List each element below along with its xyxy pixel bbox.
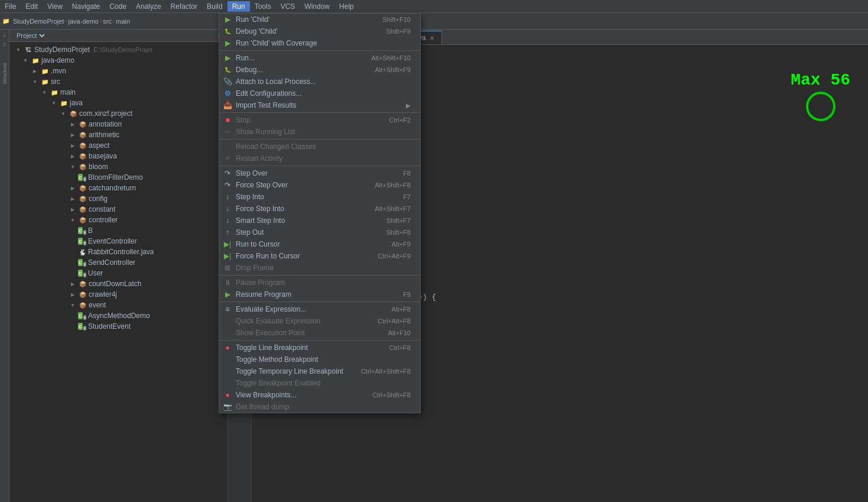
menu-build[interactable]: Build: [202, 1, 227, 12]
pause-program-label: Pause Program: [236, 278, 285, 287]
menu-window[interactable]: Window: [300, 1, 334, 12]
menu-item-force-step-over[interactable]: ↷ Force Step Over Alt+Shift+F8: [219, 179, 420, 191]
tree-item-constant[interactable]: ▶ 📦 constant: [9, 204, 227, 215]
menu-item-evaluate-expr[interactable]: ≡ Evaluate Expression... Alt+F8: [219, 303, 420, 315]
menu-item-toggle-bp-enabled[interactable]: Toggle Breakpoint Enabled: [219, 377, 420, 389]
tree-label-User: User: [88, 269, 103, 277]
menu-item-attach-local[interactable]: 📎 Attach to Local Process...: [219, 76, 420, 88]
menu-item-run-child[interactable]: ▶ Run 'Child' Shift+F10: [219, 14, 420, 25]
tree-item-mvn[interactable]: ▶ 📁 .mvn: [9, 66, 227, 76]
menu-file[interactable]: File: [0, 1, 21, 12]
menu-analyze[interactable]: Analyze: [131, 1, 166, 12]
menu-help[interactable]: Help: [334, 1, 359, 12]
menu-item-quick-evaluate[interactable]: Quick Evaluate Expression Ctrl+Alt+F8: [219, 315, 420, 327]
tree-item-basejava[interactable]: ▶ 📦 basejava: [9, 151, 227, 161]
menu-item-step-over[interactable]: ↷ Step Over F8: [219, 167, 420, 179]
show-exec-point-shortcut: Alt+F10: [388, 329, 411, 336]
run-to-cursor-icon: ▶|: [223, 239, 232, 249]
tree-item-bloom[interactable]: ▼ 📦 bloom: [9, 161, 227, 172]
menu-item-force-step-into[interactable]: ↓ Force Step Into Alt+Shift+F7: [219, 203, 420, 215]
menu-item-toggle-line-bp[interactable]: ● Toggle Line Breakpoint Ctrl+F8: [219, 342, 420, 354]
menu-tools[interactable]: Tools: [250, 1, 276, 12]
tree-item-annotation[interactable]: ▶ 📦 annotation: [9, 119, 227, 129]
tree-item-catchandreturn[interactable]: ▶ 📦 catchandreturn: [9, 183, 227, 193]
menu-item-show-running[interactable]: <› Show Running List: [219, 126, 420, 138]
menu-item-run[interactable]: ▶ Run... Alt+Shift+F10: [219, 52, 420, 64]
run-child-label: Run 'Child': [236, 15, 269, 24]
toolbar-java-demo[interactable]: java-demo: [69, 18, 99, 25]
menu-view[interactable]: View: [43, 1, 67, 12]
tree-item-main[interactable]: ▼ 📁 main: [9, 87, 227, 98]
tree-item-crawler4j[interactable]: ▶ 📦 crawler4j: [9, 289, 227, 300]
menu-item-show-exec-point[interactable]: Show Execution Point Alt+F10: [219, 327, 420, 339]
tree-item-RabbitController[interactable]: 🐇 RabbitController.java: [9, 247, 227, 257]
panel-selector[interactable]: Project: [14, 31, 47, 40]
tree-item-aspect[interactable]: ▶ 📦 aspect: [9, 140, 227, 151]
toolbar-src[interactable]: src: [103, 18, 112, 25]
menu-item-debug-child[interactable]: 🐛 Debug 'Child' Shift+F9: [219, 25, 420, 37]
tab-close-b[interactable]: ✕: [430, 35, 434, 41]
tree-icon-crawler4j: 📦: [79, 290, 87, 299]
tree-item-AsyncMethodDemo[interactable]: C b AsyncMethodDemo: [9, 310, 227, 321]
menu-run[interactable]: Run: [227, 1, 250, 12]
quick-evaluate-label: Quick Evaluate Expression: [236, 317, 320, 325]
tree-item-config[interactable]: ▶ 📦 config: [9, 193, 227, 204]
menu-item-restart-activity[interactable]: ↺ Restart Activity: [219, 153, 420, 164]
tree-item-bloomfilterdemo[interactable]: C b BloomFilterDemo: [9, 172, 227, 183]
toolbar-main[interactable]: main: [116, 18, 130, 25]
tree-item-javademo[interactable]: ▼ 📁 java-demo: [9, 55, 227, 66]
menu-item-step-into[interactable]: ↓ Step Into F7: [219, 191, 420, 203]
menu-item-run-child-coverage[interactable]: ▶ Run 'Child' with Coverage: [219, 37, 420, 49]
structure-label[interactable]: Structure: [2, 51, 8, 96]
tree-item-root[interactable]: ▼ 🏗 StudyDemoProjet E:\StudyDemoProjet: [9, 44, 227, 55]
tree-item-StudentEvent[interactable]: C b StudentEvent: [9, 321, 227, 332]
menu-item-toggle-method-bp[interactable]: Toggle Method Breakpoint: [219, 354, 420, 365]
menu-item-edit-configs[interactable]: ⚙ Edit Configurations...: [219, 88, 420, 99]
tree-item-countDownLatch[interactable]: ▶ 📦 countDownLatch: [9, 278, 227, 289]
tree-item-package[interactable]: ▼ 📦 com.xinzf.project: [9, 108, 227, 119]
tree-label-RabbitController: RabbitController.java: [88, 248, 154, 256]
tree-item-java[interactable]: ▼ 📁 java: [9, 98, 227, 108]
tree-item-User[interactable]: C b User: [9, 268, 227, 278]
file-tree: ▼ 🏗 StudyDemoProjet E:\StudyDemoProjet ▼…: [9, 42, 227, 502]
menu-item-force-run-cursor[interactable]: ▶| Force Run to Cursor Ctrl+Alt+F9: [219, 250, 420, 262]
tree-item-arithmetic[interactable]: ▶ 📦 arithmetic: [9, 129, 227, 140]
menu-item-toggle-temp-bp[interactable]: Toggle Temporary Line Breakpoint Ctrl+Al…: [219, 365, 420, 377]
side-icon-1[interactable]: 1: [1, 32, 9, 40]
toolbar-project-name[interactable]: StudyDemoProjet: [13, 18, 64, 25]
menu-item-step-out[interactable]: ↑ Step Out Shift+F8: [219, 226, 420, 238]
show-exec-point-label: Show Execution Point: [236, 329, 305, 337]
menu-item-reload-classes[interactable]: Reload Changed Classes: [219, 141, 420, 153]
side-icon-2[interactable]: 2: [1, 41, 9, 50]
tree-item-event[interactable]: ▼ 📦 event: [9, 300, 227, 310]
menu-sep-1: [219, 50, 420, 51]
menu-item-stop[interactable]: ■ Stop Ctrl+F2: [219, 114, 420, 126]
menu-code[interactable]: Code: [105, 1, 131, 12]
tree-item-B[interactable]: C b B: [9, 225, 227, 236]
menu-item-get-thread-dump[interactable]: 📷 Get thread dump: [219, 401, 420, 413]
tree-label-src: src: [51, 77, 60, 86]
menu-refactor[interactable]: Refactor: [166, 1, 202, 12]
menu-vcs[interactable]: VCS: [276, 1, 300, 12]
menu-item-view-breakpoints[interactable]: ● View Breakpoints... Ctrl+Shift+F8: [219, 389, 420, 401]
tree-label-catchandreturn: catchandreturn: [89, 184, 136, 192]
menu-item-resume-program[interactable]: ▶ Resume Program F9: [219, 289, 420, 300]
tree-item-controller[interactable]: ▼ 📦 controller: [9, 215, 227, 225]
toolbar-project-icon: 📁: [2, 18, 9, 24]
menu-edit[interactable]: Edit: [21, 1, 43, 12]
menu-item-debug[interactable]: 🐛 Debug... Alt+Shift+F9: [219, 64, 420, 76]
tree-item-src[interactable]: ▼ 📁 src: [9, 76, 227, 87]
panel-header: Project ⚙: [9, 30, 227, 42]
tree-item-SendController[interactable]: C b SendController: [9, 257, 227, 268]
menu-navigate[interactable]: Navigate: [67, 1, 105, 12]
tree-item-EventController[interactable]: C b EventController: [9, 236, 227, 247]
menu-sep-5: [219, 275, 420, 276]
menu-item-import-test[interactable]: 📥 Import Test Results ▶: [219, 99, 420, 111]
menu-item-smart-step-into[interactable]: ↓ Smart Step Into Shift+F7: [219, 215, 420, 226]
toggle-temp-bp-shortcut: Ctrl+Alt+Shift+F8: [361, 368, 411, 375]
menu-item-pause-program[interactable]: ⏸ Pause Program: [219, 277, 420, 289]
menu-item-run-to-cursor[interactable]: ▶| Run to Cursor Alt+F9: [219, 238, 420, 250]
force-step-into-icon: ↓: [223, 204, 232, 213]
tree-arrow-java: ▼: [50, 99, 58, 107]
menu-item-drop-frame[interactable]: ⊠ Drop Frame: [219, 262, 420, 274]
